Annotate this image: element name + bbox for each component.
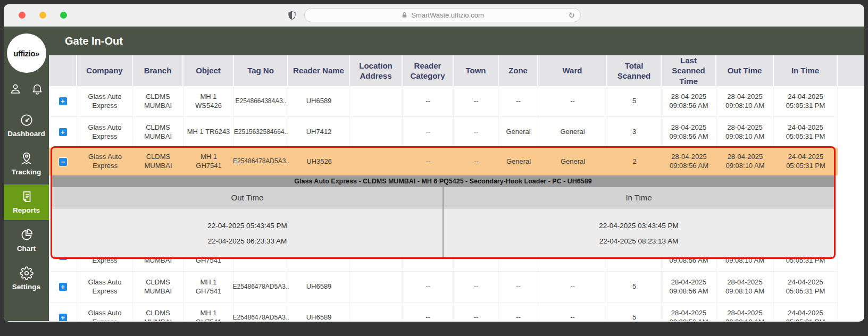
cell-ward: General xyxy=(538,148,607,175)
page-title: Gate In-Out xyxy=(49,27,864,55)
expand-row-button[interactable]: + xyxy=(59,97,68,106)
lock-icon xyxy=(401,12,408,19)
column-header-object[interactable]: Object xyxy=(183,55,234,86)
expand-row-button[interactable]: + xyxy=(59,128,68,137)
cell-reader-name: UH7412 xyxy=(288,117,350,147)
sidebar: uffizio» Dashboard Track xyxy=(4,27,49,321)
cell-company: Glass Auto Express xyxy=(77,272,133,302)
expand-cell: + xyxy=(49,117,77,147)
sidebar-item-chart[interactable]: Chart xyxy=(4,223,49,258)
column-header-reader-category[interactable]: Reader Category xyxy=(403,55,454,86)
sidebar-item-settings[interactable]: Settings xyxy=(4,261,49,297)
user-icon[interactable] xyxy=(9,82,22,95)
cell-reader-name: UH3526 xyxy=(288,148,350,175)
cell-last-scanned-time: 28-04-2025 09:08:56 AM xyxy=(662,258,716,271)
table-row: +Glass Auto ExpressCLDMS MUMBAIMH 1 WS54… xyxy=(49,86,838,117)
column-header-reader-name[interactable]: Reader Name xyxy=(288,55,350,86)
cell-tag-no: E25486478AD5A3.. xyxy=(234,303,288,321)
window-close-button[interactable] xyxy=(19,12,26,19)
out-time-subheader: Out Time xyxy=(52,187,443,208)
pie-chart-icon xyxy=(20,228,34,242)
in-time-value: 22-04-2025 03:43:45 PM xyxy=(444,222,834,230)
cell-reader-category: -- xyxy=(403,86,454,116)
cell-tag-no: E2515632584664.. xyxy=(234,117,288,147)
cell-branch: CLDMS MUMBAI xyxy=(133,117,183,147)
sidebar-item-dashboard[interactable]: Dashboard xyxy=(4,108,49,144)
partially-hidden-row: +Glass Auto ExpressCLDMS MUMBAIMH 1 GH75… xyxy=(49,258,864,272)
cell-location-address xyxy=(350,117,403,147)
column-header-ward[interactable]: Ward xyxy=(538,55,607,86)
sidebar-item-tracking[interactable]: Tracking xyxy=(4,146,49,182)
cell-last-scanned-time: 28-04-2025 09:08:56 AM xyxy=(662,86,716,116)
cell-ward: -- xyxy=(538,258,607,271)
column-header-tag-no[interactable]: Tag No xyxy=(234,55,288,86)
shield-icon[interactable] xyxy=(287,10,297,21)
cell-object: MH 1 GH7541 xyxy=(183,303,234,321)
cell-out-time: 28-04-2025 09:08:10 AM xyxy=(716,303,774,321)
column-header-branch[interactable]: Branch xyxy=(133,55,183,86)
cell-company: Glass Auto Express xyxy=(77,303,133,321)
browser-window: SmartWaste.uffizio.com ↻ uffizio» xyxy=(4,4,864,322)
cell-reader-name: UH6589 xyxy=(288,258,350,271)
table-row: +Glass Auto ExpressCLDMS MUMBAIMH 1 GH75… xyxy=(49,258,838,272)
sidebar-item-label: Tracking xyxy=(12,168,41,176)
uffizio-logo[interactable]: uffizio» xyxy=(7,33,46,73)
cell-zone: -- xyxy=(499,272,538,302)
cell-branch: CLDMS MUMBAI xyxy=(133,148,183,175)
expand-cell: − xyxy=(49,148,77,175)
cell-company: Glass Auto Express xyxy=(77,258,133,271)
cell-out-time: 28-04-2025 09:08:10 AM xyxy=(716,117,774,147)
collapse-row-button[interactable]: − xyxy=(59,157,68,166)
cell-reader-name: UH6589 xyxy=(288,303,350,321)
window-zoom-button[interactable] xyxy=(60,12,67,19)
column-header-location-address[interactable]: Location Address xyxy=(350,55,403,86)
cell-town: -- xyxy=(454,117,499,147)
cell-location-address xyxy=(350,272,403,302)
expand-cell: + xyxy=(49,86,77,116)
cell-last-scanned-time: 28-04-2025 09:08:56 AM xyxy=(662,303,716,321)
expand-row-button[interactable]: + xyxy=(59,282,68,291)
cell-ward: -- xyxy=(538,303,607,321)
expand-row-button[interactable]: + xyxy=(59,313,68,321)
expanded-detail-panel: Glass Auto Express - CLDMS MUMBAI - MH 6… xyxy=(52,175,834,258)
cell-object: MH 1 WS5426 xyxy=(183,86,234,116)
window-controls xyxy=(4,12,67,19)
cell-out-time: 28-04-2025 09:08:10 AM xyxy=(716,148,774,175)
cell-object: MH 1 TR6243 xyxy=(183,117,234,147)
sidebar-item-reports[interactable]: Reports xyxy=(4,184,49,220)
column-header-total-scanned[interactable]: Total Scanned xyxy=(607,55,662,86)
gear-icon xyxy=(20,266,34,280)
cell-in-time: 24-04-2025 05:05:31 PM xyxy=(774,258,838,271)
column-header-last-scanned-time[interactable]: Last Scanned Time xyxy=(662,55,716,86)
cell-object: MH 1 GH7541 xyxy=(183,258,234,271)
cell-in-time: 24-04-2025 05:05:31 PM xyxy=(774,303,838,321)
table-row: +Glass Auto ExpressCLDMS MUMBAIMH 1 GH75… xyxy=(49,303,838,321)
expand-row-button[interactable]: + xyxy=(59,258,68,261)
out-time-value: 22-04-2025 05:43:45 PM xyxy=(52,222,443,230)
cell-total-scanned: 3 xyxy=(607,117,662,147)
cell-reader-category: -- xyxy=(403,148,454,175)
column-header-out-time[interactable]: Out Time xyxy=(716,55,774,86)
cell-location-address xyxy=(350,148,403,175)
column-header-company[interactable]: Company xyxy=(77,55,133,86)
column-header-town[interactable]: Town xyxy=(454,55,499,86)
cell-zone: -- xyxy=(499,303,538,321)
column-header-zone[interactable]: Zone xyxy=(499,55,538,86)
cell-location-address xyxy=(350,303,403,321)
refresh-icon[interactable]: ↻ xyxy=(568,11,575,20)
out-time-value: 22-04-2025 06:23:33 AM xyxy=(52,237,443,245)
cell-town: -- xyxy=(454,303,499,321)
window-minimize-button[interactable] xyxy=(39,12,46,19)
cell-object: MH 1 GH7541 xyxy=(183,272,234,302)
column-header-in-time[interactable]: In Time xyxy=(774,55,838,86)
cell-reader-category: -- xyxy=(403,272,454,302)
in-time-subheader: In Time xyxy=(444,187,834,208)
url-bar[interactable]: SmartWaste.uffizio.com ↻ xyxy=(304,8,581,22)
cell-ward: General xyxy=(538,117,607,147)
cell-zone: -- xyxy=(499,258,538,271)
expand-cell: + xyxy=(49,303,77,321)
main-content: Gate In-Out Company Branch Object Tag No… xyxy=(49,27,864,321)
bell-icon[interactable] xyxy=(31,82,44,95)
cell-reader-name: UH6589 xyxy=(288,272,350,302)
cell-reader-category: -- xyxy=(403,117,454,147)
